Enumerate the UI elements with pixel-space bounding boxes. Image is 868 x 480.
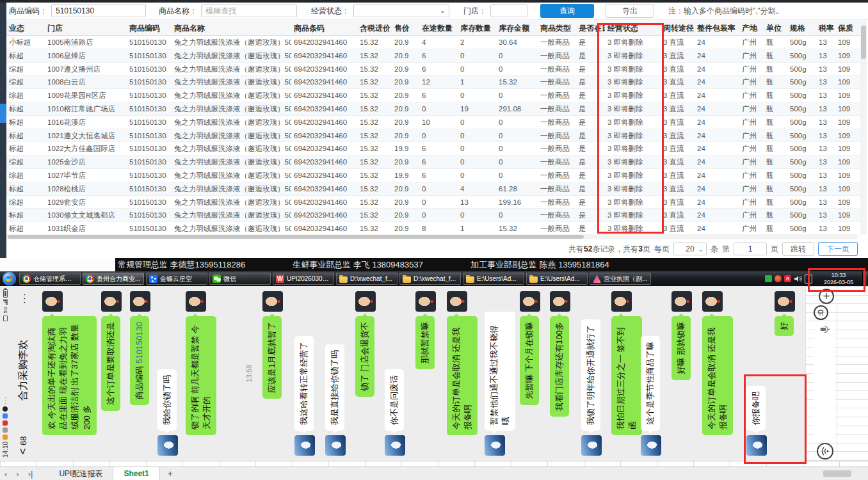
per-page-label: 每页 bbox=[654, 244, 670, 255]
export-button[interactable]: 导出 bbox=[606, 4, 654, 18]
table-row[interactable]: 标超1028松桃店510150130兔之力羽绒服洗涤液（邂逅玫瑰）500g694… bbox=[6, 182, 862, 196]
table-cell: 1009花果园R区店 bbox=[45, 89, 127, 102]
table-row[interactable]: 综超1007遵义播州店510150130兔之力羽绒服洗涤液（邂逅玫瑰）500g6… bbox=[6, 63, 862, 76]
sheet-scrollbar-thumb[interactable] bbox=[823, 470, 851, 477]
table-row[interactable]: 标超1016花溪店510150130兔之力羽绒服洗涤液（邂逅玫瑰）500g694… bbox=[6, 116, 862, 129]
table-cell: 8 bbox=[419, 222, 458, 235]
table-row[interactable]: 综超1029瓮安店510150130兔之力羽绒服洗涤液（邂逅玫瑰）500g694… bbox=[6, 196, 862, 209]
table-cell: 3 即将删除 bbox=[605, 49, 661, 62]
add-sheet-icon[interactable]: + bbox=[160, 468, 181, 479]
table-row[interactable]: 综超1027毕节店510150130兔之力羽绒服洗涤液（邂逅玫瑰）500g694… bbox=[6, 169, 862, 182]
table-row[interactable]: 标超1022大方佳鑫国际店510150130兔之力羽绒服洗涤液（邂逅玫瑰）500… bbox=[6, 142, 862, 156]
taskbar-button-wps[interactable]: WUPI20260303... bbox=[273, 273, 334, 285]
horizontal-scrollbar-thumb[interactable] bbox=[8, 235, 584, 239]
table-cell: 瓶 bbox=[764, 142, 787, 155]
table-cell: 3 即将删除 bbox=[605, 129, 661, 142]
taskbar-button-kingdee[interactable]: 金蝶云星空 bbox=[146, 273, 207, 285]
table-cell: 2 bbox=[458, 36, 496, 49]
table-row[interactable]: 标超1031织金店510150130兔之力羽绒服洗涤液（邂逅玫瑰）500g694… bbox=[6, 222, 862, 236]
table-cell: 一般商品 bbox=[538, 36, 576, 49]
table-cell: 1 bbox=[458, 222, 496, 235]
table-cell: 广州 bbox=[739, 49, 764, 62]
avatar bbox=[671, 291, 692, 312]
table-row[interactable]: 标超1021遵义大恒名城店510150130兔之力羽绒服洗涤液（邂逅玫瑰）500… bbox=[6, 129, 862, 143]
vertical-scrollbar[interactable] bbox=[860, 20, 867, 234]
sheet-last-icon[interactable]: ›| bbox=[24, 469, 38, 479]
browser-tray-icon[interactable] bbox=[775, 275, 782, 282]
table-cell: 标超 bbox=[6, 129, 45, 142]
sheet-tab-sheet1[interactable]: Sheet1 bbox=[113, 467, 159, 480]
table-cell: 6942032941460 bbox=[291, 182, 357, 195]
message-bubble: 我给你锁了吗 bbox=[157, 369, 177, 431]
per-page-select[interactable]: 20⌄ bbox=[673, 243, 707, 255]
search-button[interactable]: 查询 bbox=[540, 4, 594, 18]
store-input[interactable] bbox=[490, 4, 527, 17]
taskbar-button-label: E:\Users\Ad... bbox=[540, 275, 580, 282]
sheet-next-icon[interactable]: › bbox=[12, 469, 23, 479]
table-cell: 1021遵义大恒名城店 bbox=[45, 129, 127, 142]
status-select[interactable]: ⌄ bbox=[353, 4, 449, 17]
clock-time: 10:33 bbox=[817, 272, 860, 279]
table-cell: 13 bbox=[816, 116, 835, 129]
table-row[interactable]: 标超1006息烽店510150130兔之力羽绒服洗涤液（邂逅玫瑰）500g694… bbox=[6, 49, 862, 63]
table-cell: 13 bbox=[816, 102, 835, 115]
table-row[interactable]: 综超1025金沙店510150130兔之力羽绒服洗涤液（邂逅玫瑰）500g694… bbox=[6, 156, 862, 169]
taskbar-button-license[interactable]: 营业执照（副... bbox=[590, 273, 651, 285]
table-cell: 广州 bbox=[739, 89, 764, 102]
show-desktop-button[interactable] bbox=[862, 271, 867, 286]
product-name-input[interactable] bbox=[201, 4, 297, 17]
table-cell: 1030修文文城逸都店 bbox=[45, 209, 127, 221]
table-cell: 24 bbox=[695, 142, 739, 155]
next-page-button[interactable]: 下一页 bbox=[818, 242, 858, 256]
table-cell: 6942032941460 bbox=[291, 222, 357, 235]
taskbar-button-folder[interactable]: D:\xwechat_f... bbox=[336, 273, 398, 285]
taskbar-button-folder[interactable]: E:\Users\Ad... bbox=[526, 273, 588, 285]
taskbar-button-chrome[interactable]: 贵州合力商业... bbox=[83, 273, 144, 285]
wechat-icon bbox=[213, 275, 221, 283]
sheet-prev-icon[interactable]: ‹ bbox=[0, 469, 12, 479]
wechat-screenshot: 14:10 ··· 5G < 68 合力采购李欢 ··· 欢 今天出的单子还有淘… bbox=[0, 286, 805, 461]
app-a-tray-icon[interactable]: a bbox=[784, 275, 791, 282]
taskbar-button-wechat[interactable]: 微信 bbox=[209, 273, 271, 285]
table-row[interactable]: 综超1009花果园R区店510150130兔之力羽绒服洗涤液（邂逅玫瑰）500g… bbox=[6, 89, 862, 102]
taskbar-button-folder[interactable]: D:\xwechat_f... bbox=[399, 273, 461, 285]
windows-start-button[interactable] bbox=[3, 272, 16, 285]
table-cell: 510150130 bbox=[127, 142, 172, 155]
vertical-scrollbar-thumb[interactable] bbox=[861, 26, 866, 59]
collapsed-sidebar[interactable] bbox=[0, 3, 6, 258]
speaker-icon[interactable] bbox=[794, 275, 802, 282]
column-header: 含税进价 bbox=[357, 20, 392, 35]
taskbar-clock[interactable]: 10:33 2026-03-05 bbox=[817, 272, 860, 286]
taskbar-button-chrome[interactable]: 仓储管理系统 ... bbox=[19, 273, 81, 285]
table-cell: 3 直流 bbox=[661, 49, 695, 62]
table-row[interactable]: 小标超1005南浦路店510150130兔之力羽绒服洗涤液（邂逅玫瑰）500g6… bbox=[6, 36, 862, 49]
wechat-tray-icon[interactable] bbox=[765, 275, 772, 282]
input-note: 注：输入多个商品编码时","分割。 bbox=[668, 6, 784, 17]
table-row[interactable]: 标超1010榕江常驰广场店510150130兔之力羽绒服洗涤液（邂逅玫瑰）500… bbox=[6, 102, 862, 116]
table-cell: 510150130 bbox=[127, 196, 172, 209]
contact-info: 加工事业部副总监 陈燕 13595181864 bbox=[470, 259, 609, 271]
jump-button[interactable]: 跳转 bbox=[782, 242, 814, 256]
table-cell: 4 bbox=[419, 36, 458, 49]
taskbar-button-folder[interactable]: E:\Users\Ad... bbox=[463, 273, 524, 285]
table-cell: 13 bbox=[816, 209, 835, 221]
product-code-input[interactable] bbox=[51, 4, 146, 17]
chat-message: 我锁了明年给你开通就行了 bbox=[581, 286, 602, 461]
table-cell: 500g bbox=[787, 76, 816, 88]
table-cell: 标超 bbox=[6, 116, 45, 129]
table-cell: 一般商品 bbox=[538, 129, 576, 142]
page-number-input[interactable] bbox=[734, 243, 767, 255]
horizontal-scrollbar[interactable] bbox=[6, 234, 858, 239]
avatar bbox=[520, 291, 540, 312]
sheet-tab-upi[interactable]: UPI配送报表 bbox=[49, 467, 113, 480]
chat-message: 我看门店库存还有100多 bbox=[550, 286, 570, 461]
chat-message: 锁了 门店会退货不 bbox=[355, 286, 376, 461]
sidebar-active-tab[interactable] bbox=[0, 104, 6, 123]
table-row[interactable]: 综超1008白云店510150130兔之力羽绒服洗涤液（邂逅玫瑰）500g694… bbox=[6, 76, 862, 89]
touch-keyboard-icon[interactable] bbox=[805, 275, 812, 284]
table-cell: 24 bbox=[695, 209, 739, 221]
table-row[interactable]: 标超1030修文文城逸都店510150130兔之力羽绒服洗涤液（邂逅玫瑰）500… bbox=[6, 209, 862, 222]
table-cell: 3 即将删除 bbox=[605, 76, 661, 88]
table-cell: 15.32 bbox=[357, 63, 392, 76]
avatar bbox=[42, 291, 63, 312]
